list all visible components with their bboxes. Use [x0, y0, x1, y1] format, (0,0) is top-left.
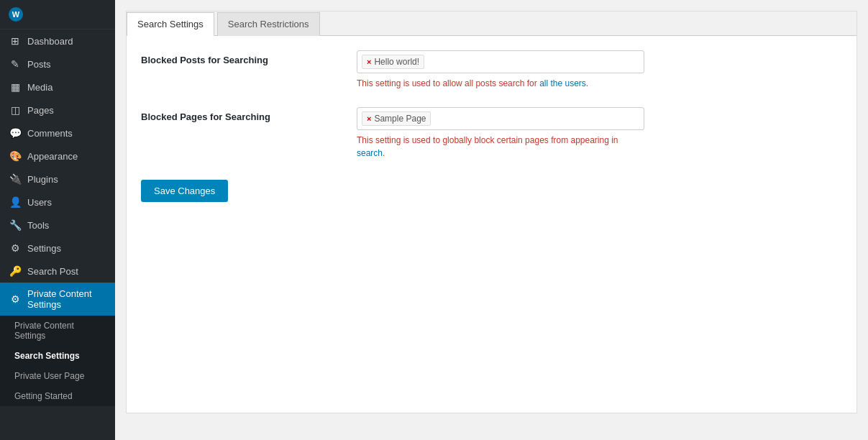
- tab-search-settings[interactable]: Search Settings: [127, 12, 214, 36]
- private-content-settings-label: Private Content Settings: [27, 288, 106, 310]
- blocked-pages-token: × Sample Page: [362, 111, 431, 126]
- blocked-pages-label: Blocked Pages for Searching: [141, 107, 357, 122]
- submenu-getting-started-sub[interactable]: Getting Started: [0, 386, 115, 406]
- submenu-container: Private Content SettingsSearch SettingsP…: [0, 316, 115, 406]
- form-body: Blocked Posts for Searching × Hello worl…: [127, 36, 856, 216]
- comments-icon: 💬: [9, 127, 22, 139]
- appearance-label: Appearance: [27, 151, 78, 162]
- blocked-pages-hint-pre: This setting is used to globally block c…: [357, 135, 618, 145]
- sidebar-item-tools[interactable]: 🔧Tools: [0, 214, 115, 237]
- plugins-icon: 🔌: [9, 173, 22, 185]
- sidebar-logo: W: [0, 0, 115, 29]
- blocked-pages-hint: This setting is used to globally block c…: [357, 134, 644, 160]
- blocked-pages-hint-post: .: [383, 148, 385, 158]
- search-post-label: Search Post: [27, 266, 78, 277]
- blocked-pages-hint-link: search: [357, 148, 383, 158]
- media-icon: ▦: [9, 81, 22, 93]
- tools-icon: 🔧: [9, 219, 22, 231]
- private-content-settings-icon: ⚙: [9, 293, 22, 305]
- comments-label: Comments: [27, 128, 73, 139]
- blocked-pages-token-remove[interactable]: ×: [367, 114, 371, 123]
- submenu-private-user-page-sub[interactable]: Private User Page: [0, 366, 115, 386]
- sidebar-item-media[interactable]: ▦Media: [0, 75, 115, 98]
- blocked-pages-input[interactable]: × Sample Page: [357, 107, 644, 130]
- sidebar: W ⊞Dashboard✎Posts▦Media◫Pages💬Comments🎨…: [0, 0, 115, 440]
- sidebar-item-private-content-settings[interactable]: ⚙Private Content Settings: [0, 283, 115, 316]
- posts-icon: ✎: [9, 58, 22, 70]
- nav-items-container: ⊞Dashboard✎Posts▦Media◫Pages💬Comments🎨Ap…: [0, 29, 115, 316]
- posts-label: Posts: [27, 59, 51, 70]
- blocked-posts-field: × Hello world! This setting is used to a…: [357, 50, 842, 90]
- blocked-posts-hint-link: all the users: [539, 78, 586, 88]
- blocked-pages-token-label: Sample Page: [374, 114, 426, 124]
- submenu-private-content-settings-sub[interactable]: Private Content Settings: [0, 316, 115, 346]
- wp-logo-icon: W: [9, 7, 23, 22]
- blocked-posts-hint-pre: This setting is used to allow all posts …: [357, 78, 539, 88]
- blocked-posts-input[interactable]: × Hello world!: [357, 50, 644, 73]
- blocked-posts-label: Blocked Posts for Searching: [141, 50, 357, 65]
- sidebar-item-search-post[interactable]: 🔑Search Post: [0, 260, 115, 283]
- sidebar-item-plugins[interactable]: 🔌Plugins: [0, 168, 115, 191]
- plugins-label: Plugins: [27, 174, 58, 185]
- media-label: Media: [27, 82, 52, 93]
- save-button-row: Save Changes: [141, 177, 842, 202]
- blocked-posts-token-label: Hello world!: [374, 57, 419, 67]
- pages-icon: ◫: [9, 104, 22, 116]
- sidebar-item-pages[interactable]: ◫Pages: [0, 98, 115, 122]
- blocked-pages-row: Blocked Pages for Searching × Sample Pag…: [141, 107, 842, 160]
- sidebar-item-dashboard[interactable]: ⊞Dashboard: [0, 29, 115, 52]
- appearance-icon: 🎨: [9, 150, 22, 162]
- save-changes-button[interactable]: Save Changes: [141, 180, 228, 202]
- content-area: Search Settings Search Restrictions Bloc…: [126, 11, 857, 413]
- search-post-icon: 🔑: [9, 265, 22, 277]
- settings-label: Settings: [27, 243, 61, 254]
- tools-label: Tools: [27, 220, 49, 231]
- blocked-posts-row: Blocked Posts for Searching × Hello worl…: [141, 50, 842, 90]
- sidebar-item-settings[interactable]: ⚙Settings: [0, 237, 115, 260]
- pages-label: Pages: [27, 105, 54, 116]
- sidebar-item-appearance[interactable]: 🎨Appearance: [0, 145, 115, 168]
- blocked-posts-token: × Hello world!: [362, 55, 424, 69]
- users-label: Users: [27, 197, 52, 208]
- settings-icon: ⚙: [9, 242, 22, 254]
- dashboard-label: Dashboard: [27, 36, 73, 47]
- sidebar-item-comments[interactable]: 💬Comments: [0, 122, 115, 145]
- users-icon: 👤: [9, 196, 22, 208]
- sidebar-item-posts[interactable]: ✎Posts: [0, 52, 115, 75]
- sidebar-item-users[interactable]: 👤Users: [0, 191, 115, 214]
- blocked-posts-hint-post: .: [586, 78, 588, 88]
- blocked-pages-field: × Sample Page This setting is used to gl…: [357, 107, 842, 160]
- blocked-posts-hint: This setting is used to allow all posts …: [357, 77, 644, 90]
- submenu-search-settings-sub[interactable]: Search Settings: [0, 346, 115, 366]
- main-content: Search Settings Search Restrictions Bloc…: [115, 0, 868, 440]
- tab-search-restrictions[interactable]: Search Restrictions: [217, 12, 320, 36]
- dashboard-icon: ⊞: [9, 35, 22, 47]
- blocked-posts-token-remove[interactable]: ×: [367, 58, 371, 66]
- tabs-bar: Search Settings Search Restrictions: [127, 12, 856, 36]
